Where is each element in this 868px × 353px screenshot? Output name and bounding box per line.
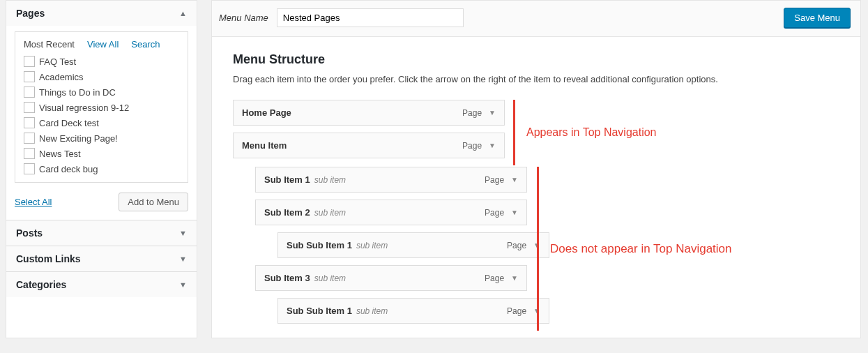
page-item-checkbox[interactable] bbox=[24, 102, 35, 113]
menu-item[interactable]: Sub Item 2 sub item Page ▼ bbox=[255, 200, 527, 225]
sidebar-header-pages-label: Pages bbox=[16, 8, 45, 19]
menu-structure-description: Drag each item into the order you prefer… bbox=[233, 74, 845, 84]
chevron-down-icon[interactable]: ▼ bbox=[489, 109, 496, 117]
annotation-text-not-appears: Does not appear in Top Navigation bbox=[547, 167, 735, 331]
sidebar-header-custom-links-label: Custom Links bbox=[16, 253, 81, 264]
page-item-label: Visual regression 9-12 bbox=[39, 103, 129, 113]
page-item-label: Things to Do in DC bbox=[39, 87, 116, 98]
menu-item-title: Sub Sub Item 1 bbox=[287, 306, 352, 316]
page-item: Things to Do in DC bbox=[21, 86, 182, 98]
page-item-checkbox[interactable] bbox=[24, 87, 35, 98]
menu-item-type: Page bbox=[462, 108, 482, 118]
menu-item-title: Sub Item 2 bbox=[264, 207, 310, 218]
sidebar-section-pages: Pages ▲ Most Recent View All Search FAQ … bbox=[6, 1, 197, 220]
page-item-label: Card deck bug bbox=[39, 164, 98, 174]
page-item-label: News Test bbox=[39, 149, 81, 159]
page-item-checkbox[interactable] bbox=[24, 133, 35, 144]
menu-item-subtitle: sub item bbox=[356, 241, 388, 250]
page-item: FAQ Test bbox=[21, 55, 182, 68]
page-item: New Exciting Page! bbox=[21, 132, 182, 144]
page-item: Card deck bug bbox=[21, 163, 182, 175]
sidebar: Pages ▲ Most Recent View All Search FAQ … bbox=[6, 0, 197, 338]
menu-items-list: Home Page Page ▼ Menu Item Page ▼ bbox=[233, 100, 505, 165]
menu-item-subtitle: sub item bbox=[314, 208, 346, 218]
menu-name-input[interactable] bbox=[277, 8, 464, 27]
menu-structure-title: Menu Structure bbox=[233, 52, 845, 67]
chevron-down-icon[interactable]: ▼ bbox=[511, 209, 518, 216]
annotation-bar bbox=[537, 167, 539, 331]
page-item: News Test bbox=[21, 147, 182, 160]
menu-item-type: Page bbox=[462, 141, 482, 151]
page-item-label: Academics bbox=[39, 72, 84, 82]
menu-item-subtitle: sub item bbox=[356, 306, 388, 316]
page-item-label: FAQ Test bbox=[39, 57, 76, 67]
page-item-checkbox[interactable] bbox=[24, 163, 35, 174]
page-item: Card Deck test bbox=[21, 117, 182, 129]
menu-item-type: Page bbox=[507, 306, 526, 316]
annotation-text-appears: Appears in Top Navigation bbox=[524, 100, 660, 165]
sidebar-header-posts[interactable]: Posts ▼ bbox=[6, 220, 197, 246]
pages-list: FAQ Test Academics Things to Do in DC Vi… bbox=[21, 55, 182, 175]
menu-item-subtitle: sub item bbox=[314, 175, 346, 185]
page-item-checkbox[interactable] bbox=[24, 56, 35, 67]
menu-item-type: Page bbox=[485, 273, 504, 283]
menu-name-label: Menu Name bbox=[219, 13, 268, 23]
page-item-checkbox[interactable] bbox=[24, 117, 35, 128]
menu-item-type: Page bbox=[507, 241, 526, 250]
sidebar-header-categories[interactable]: Categories ▼ bbox=[6, 272, 197, 297]
menu-item[interactable]: Home Page Page ▼ bbox=[233, 100, 505, 126]
sidebar-header-posts-label: Posts bbox=[16, 227, 43, 239]
page-item-checkbox[interactable] bbox=[24, 148, 35, 159]
expand-icon: ▼ bbox=[179, 280, 187, 289]
expand-icon: ▼ bbox=[179, 255, 187, 263]
collapse-icon: ▲ bbox=[179, 9, 187, 17]
sidebar-header-categories-label: Categories bbox=[16, 279, 66, 290]
menu-item[interactable]: Sub Item 3 sub item Page ▼ bbox=[255, 265, 527, 291]
annotation-group-top: Home Page Page ▼ Menu Item Page ▼ bbox=[233, 100, 735, 165]
expand-icon: ▼ bbox=[179, 229, 187, 237]
menu-item-type: Page bbox=[485, 208, 504, 218]
menu-item[interactable]: Menu Item Page ▼ bbox=[233, 133, 505, 158]
menu-item-title: Menu Item bbox=[242, 140, 287, 151]
pages-tabs: Most Recent View All Search bbox=[21, 38, 182, 55]
chevron-down-icon[interactable]: ▼ bbox=[511, 176, 518, 183]
pages-body: Most Recent View All Search FAQ Test Aca… bbox=[6, 31, 197, 220]
menu-item-subtitle: sub item bbox=[314, 273, 346, 283]
menu-all: Home Page Page ▼ Menu Item Page ▼ bbox=[233, 100, 735, 331]
tab-most-recent[interactable]: Most Recent bbox=[24, 39, 75, 50]
sidebar-section-custom-links: Custom Links ▼ bbox=[6, 246, 197, 271]
menu-header: Menu Name Save Menu bbox=[211, 0, 861, 36]
page-item-checkbox[interactable] bbox=[24, 71, 35, 82]
menu-item[interactable]: Sub Sub Item 1 sub item Page ▼ bbox=[277, 298, 549, 324]
sidebar-header-pages[interactable]: Pages ▲ bbox=[6, 1, 197, 26]
chevron-down-icon[interactable]: ▼ bbox=[511, 274, 518, 282]
page-item-label: Card Deck test bbox=[39, 118, 99, 128]
menu-item[interactable]: Sub Item 1 sub item Page ▼ bbox=[255, 167, 527, 193]
page-item-label: New Exciting Page! bbox=[39, 133, 118, 144]
chevron-down-icon[interactable]: ▼ bbox=[489, 142, 496, 149]
menu-item[interactable]: Sub Sub Item 1 sub item Page ▼ bbox=[277, 232, 549, 258]
menu-item-type: Page bbox=[485, 175, 504, 185]
tab-search[interactable]: Search bbox=[131, 39, 160, 50]
select-all-link[interactable]: Select All bbox=[15, 197, 52, 207]
page-item: Academics bbox=[21, 70, 182, 83]
tab-view-all[interactable]: View All bbox=[87, 39, 119, 50]
main: Menu Name Save Menu Menu Structure Drag … bbox=[211, 0, 868, 338]
pages-tabs-box: Most Recent View All Search FAQ Test Aca… bbox=[15, 31, 188, 183]
menu-item-title: Home Page bbox=[242, 107, 291, 118]
pages-footer-row: Select All Add to Menu bbox=[15, 193, 188, 211]
save-menu-button[interactable]: Save Menu bbox=[784, 8, 851, 28]
menu-items-list: Sub Item 1 sub item Page ▼ Sub Item 2 su… bbox=[233, 167, 568, 331]
menu-item-title: Sub Sub Item 1 bbox=[287, 240, 352, 250]
sidebar-section-posts: Posts ▼ bbox=[6, 220, 197, 246]
menu-body: Menu Structure Drag each item into the o… bbox=[211, 36, 861, 338]
add-to-menu-button[interactable]: Add to Menu bbox=[119, 193, 188, 211]
sidebar-section-categories: Categories ▼ bbox=[6, 271, 197, 297]
page-item: Visual regression 9-12 bbox=[21, 101, 182, 114]
sidebar-header-custom-links[interactable]: Custom Links ▼ bbox=[6, 246, 197, 271]
menu-item-title: Sub Item 1 bbox=[264, 174, 310, 185]
structure-wrap: Home Page Page ▼ Menu Item Page ▼ bbox=[233, 100, 845, 331]
annotation-bar bbox=[513, 100, 515, 165]
menu-item-title: Sub Item 3 bbox=[264, 273, 310, 283]
annotation-group-bottom: Sub Item 1 sub item Page ▼ Sub Item 2 su… bbox=[233, 167, 735, 331]
